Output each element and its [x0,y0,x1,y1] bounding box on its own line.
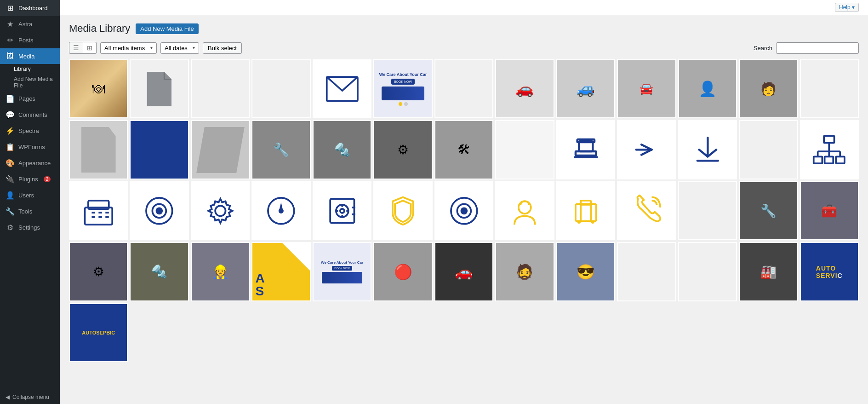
media-item-food[interactable]: 🍽 [69,59,128,118]
collapse-label: Collapse menu [12,394,49,400]
media-item-shield-yellow[interactable] [373,181,432,240]
media-item-woman-sunglasses[interactable]: 😎 [556,242,615,301]
media-item-stamp[interactable] [556,120,615,179]
media-item-mechanic-5[interactable]: 👷 [191,242,250,301]
add-new-media-button[interactable]: Add New Media File [136,23,198,34]
media-item-car-site[interactable]: We Care About Your Car BOOK NOW [373,59,432,118]
posts-icon: ✏ [6,36,15,45]
search-area: Search [754,42,859,54]
sidebar-item-settings[interactable]: ⚙ Settings [0,219,60,236]
sidebar-item-wpforms[interactable]: 📋 WPForms [0,139,60,155]
sidebar-item-spectra[interactable]: ⚡ Spectra [0,123,60,139]
compass-icon-content [252,182,309,239]
media-item-gear[interactable] [191,181,250,240]
media-item-support-yellow[interactable] [495,181,554,240]
media-item-mechanic-2[interactable]: 🔩 [313,120,371,179]
download-icon-content [679,121,736,178]
media-item-compass[interactable] [251,181,310,240]
sidebar-item-label: Astra [18,21,32,28]
sidebar-sub-add-new[interactable]: Add New Media File [0,74,60,91]
media-item-mechanic-1[interactable]: 🔧 [251,120,310,179]
media-type-filter[interactable]: All media items Images Audio Video Docum… [100,42,157,54]
tools-icon: 🔧 [6,207,15,216]
media-item-garage[interactable]: 🏭 [739,242,798,301]
media-item-blank-3[interactable] [434,59,493,118]
sidebar-item-pages[interactable]: 📄 Pages [0,91,60,107]
media-item-engine-work[interactable]: ⚙ [69,242,128,301]
media-item-wheel-photo[interactable]: 🔴 [373,242,432,301]
sidebar-item-label: WPForms [18,144,45,150]
media-item-car-site-2[interactable]: We Care About Your Car BOOK NOW [313,242,371,301]
media-item-blue-rect[interactable] [130,120,188,179]
sidebar-item-users[interactable]: 👤 Users [0,187,60,203]
sidebar-sub-library[interactable]: Library [0,64,60,74]
sidebar-item-plugins[interactable]: 🔌 Plugins 2 [0,171,60,187]
media-item-download[interactable] [678,120,737,179]
media-item-gray-shape[interactable] [69,120,128,179]
media-item-under-car-1[interactable]: 🔧 [739,181,798,240]
media-item-register[interactable] [69,181,128,240]
sidebar-item-label: Media [18,53,34,60]
toolbar: ☰ ⊞ All media items Images Audio Video D… [60,38,868,58]
media-item-file[interactable] [130,59,188,118]
media-item-tire-blue[interactable] [434,181,493,240]
help-button[interactable]: Help ▾ [835,3,859,12]
media-item-auto-text-1[interactable]: AUTOSERVIC [800,242,859,301]
sidebar-item-label: Pages [18,95,35,102]
media-item-dark-car[interactable]: 🚗 [434,242,493,301]
sidebar-item-label: Plugins [18,176,38,183]
media-item-engine-parts[interactable]: 🔩 [130,242,188,301]
media-item-network[interactable] [800,120,859,179]
media-item-person-1[interactable]: 👤 [678,59,737,118]
media-item-empty-2[interactable] [739,120,798,179]
media-item-bearded-man[interactable]: 🧔 [495,242,554,301]
sidebar-item-comments[interactable]: 💬 Comments [0,107,60,123]
svg-rect-9 [814,157,822,164]
media-item-luggage-yellow[interactable] [556,181,615,240]
media-item-autoservice-text[interactable]: AUTOSЕРВІС [69,303,128,362]
sidebar-item-label: Spectra [18,127,39,134]
sidebar-item-appearance[interactable]: 🎨 Appearance [0,155,60,171]
media-item-mechanic-3[interactable]: ⚙ [373,120,432,179]
grid-view-button[interactable]: ⊞ [83,42,97,54]
media-item-blank-2[interactable] [251,59,310,118]
media-item-person-2[interactable]: 🧑 [739,59,798,118]
media-item-car-1[interactable]: 🚗 [495,59,554,118]
sidebar-item-astra[interactable]: ★ Astra [0,16,60,32]
media-item-tire-1[interactable]: ① [130,181,188,240]
search-input[interactable] [776,42,859,54]
collapse-icon: ◀ [6,394,10,400]
list-view-button[interactable]: ☰ [69,42,83,54]
svg-rect-8 [824,136,834,143]
media-item-mechanic-4[interactable]: 🛠 [434,120,493,179]
media-item-email[interactable] [313,59,371,118]
media-item-phone-yellow[interactable] [617,181,676,240]
media-item-empty-3[interactable] [678,181,737,240]
sidebar-item-media[interactable]: 🖼 Media [0,48,60,64]
media-item-car-3[interactable]: 🚘 [617,59,676,118]
media-item-empty-4[interactable] [617,242,676,301]
media-item-empty-5[interactable] [678,242,737,301]
support-yellow-icon-content [496,182,553,239]
media-item-blank-1[interactable] [191,59,250,118]
email-icon-content [314,60,371,117]
dashboard-icon: ⊞ [6,4,15,12]
media-item-as-logo[interactable]: AS [251,242,310,301]
collapse-menu[interactable]: ◀ Collapse menu [0,390,60,404]
media-item-share[interactable] [617,120,676,179]
media-item-blank-light[interactable] [495,120,554,179]
svg-point-35 [340,209,344,213]
sidebar-item-posts[interactable]: ✏ Posts [0,32,60,48]
tire-icon-content: ① [131,182,188,239]
register-icon-content [70,182,127,239]
luggage-yellow-icon-content [557,182,614,239]
date-filter[interactable]: All dates 2024 2023 [160,42,199,54]
sidebar-item-tools[interactable]: 🔧 Tools [0,203,60,219]
bulk-select-button[interactable]: Bulk select [203,42,242,54]
media-item-car-2[interactable]: 🚙 [556,59,615,118]
media-item-empty-1[interactable] [800,59,859,118]
sidebar-item-dashboard[interactable]: ⊞ Dashboard [0,0,60,16]
media-item-gray-shape-2[interactable] [191,120,250,179]
media-item-outdoor-mechanic[interactable]: 🧰 [800,181,859,240]
media-item-safe[interactable] [313,181,371,240]
